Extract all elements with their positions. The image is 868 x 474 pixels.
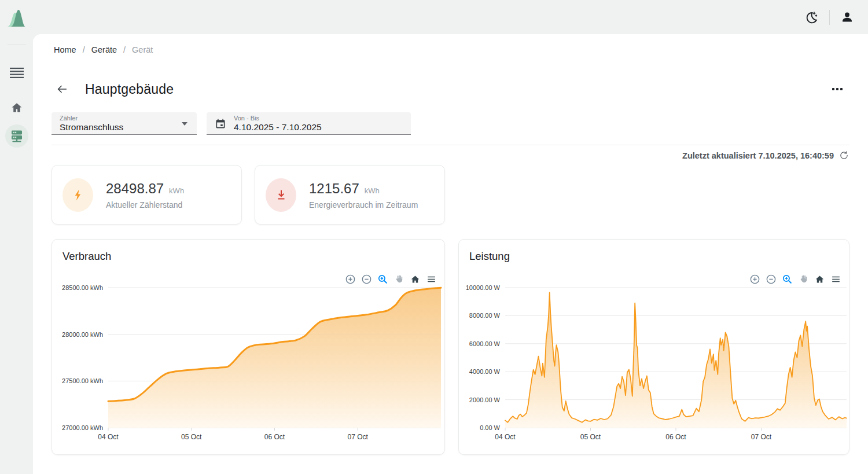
breadcrumb: Home / Geräte / Gerät bbox=[54, 34, 849, 54]
zoom-out-icon[interactable] bbox=[765, 273, 777, 285]
refresh-icon bbox=[839, 150, 849, 160]
sidebar-divider bbox=[8, 45, 26, 45]
chart-toolbar bbox=[749, 273, 841, 285]
meter-select[interactable]: Zähler Stromanschluss bbox=[52, 112, 197, 135]
main-panel: Home / Geräte / Gerät Hauptgebäude Zähle… bbox=[33, 34, 868, 474]
dark-mode-toggle[interactable] bbox=[801, 8, 821, 27]
chart-card-verbrauch: Verbrauch bbox=[52, 239, 445, 455]
leistung-area-chart[interactable]: 0.00 W2000.00 W4000.00 W6000.00 W8000.00… bbox=[459, 274, 849, 455]
svg-text:07 Oct: 07 Oct bbox=[751, 433, 772, 441]
stat-value: 1215.67 bbox=[309, 181, 359, 197]
breadcrumb-separator: / bbox=[123, 45, 126, 54]
calendar-icon bbox=[215, 118, 226, 130]
home-icon bbox=[10, 101, 24, 115]
svg-text:05 Oct: 05 Oct bbox=[580, 433, 601, 441]
sidebar bbox=[0, 34, 33, 474]
breadcrumb-separator: / bbox=[83, 45, 85, 54]
zoom-in-icon[interactable] bbox=[344, 273, 356, 285]
svg-text:28000.00 kWh: 28000.00 kWh bbox=[62, 331, 103, 338]
topbar bbox=[0, 0, 868, 34]
person-icon bbox=[840, 10, 854, 24]
page-title: Hauptgebäude bbox=[85, 82, 174, 97]
svg-text:06 Oct: 06 Oct bbox=[665, 433, 686, 441]
svg-text:27500.00 kWh: 27500.00 kWh bbox=[62, 377, 103, 384]
svg-text:6000.00 W: 6000.00 W bbox=[469, 340, 501, 347]
stat-value: 28498.87 bbox=[106, 181, 164, 197]
date-range-label: Von - Bis bbox=[234, 115, 322, 122]
selection-zoom-icon[interactable] bbox=[377, 273, 388, 285]
chart-title: Verbrauch bbox=[62, 250, 111, 263]
zoom-in-icon[interactable] bbox=[749, 273, 760, 285]
verbrauch-area-chart[interactable]: 27000.00 kWh27500.00 kWh28000.00 kWh2850… bbox=[52, 274, 445, 455]
home-reset-icon[interactable] bbox=[814, 273, 825, 285]
stat-unit: kWh bbox=[169, 186, 184, 195]
home-reset-icon[interactable] bbox=[409, 273, 421, 285]
svg-text:4000.00 W: 4000.00 W bbox=[469, 368, 501, 375]
zoom-out-icon[interactable] bbox=[361, 273, 372, 285]
hamburger-icon bbox=[9, 67, 24, 79]
stat-unit: kWh bbox=[365, 186, 380, 195]
stats-row: 28498.87 kWh Aktueller Zählerstand 1215.… bbox=[52, 165, 849, 225]
stat-card-energy-consumption: 1215.67 kWh Energieverbrauch im Zeitraum bbox=[255, 165, 445, 225]
chart-toolbar bbox=[344, 273, 437, 285]
sidebar-item-home[interactable] bbox=[5, 96, 28, 119]
svg-text:04 Oct: 04 Oct bbox=[495, 433, 516, 441]
download-icon bbox=[266, 178, 296, 212]
more-options-button[interactable] bbox=[829, 84, 846, 94]
svg-text:28500.00 kWh: 28500.00 kWh bbox=[62, 284, 103, 291]
svg-text:0.00 W: 0.00 W bbox=[480, 424, 500, 431]
charts-row: Verbrauch bbox=[52, 239, 849, 455]
svg-text:06 Oct: 06 Oct bbox=[264, 433, 285, 441]
breadcrumb-home[interactable]: Home bbox=[54, 45, 76, 54]
pan-icon[interactable] bbox=[797, 273, 809, 285]
server-icon bbox=[9, 128, 24, 144]
menu-icon[interactable] bbox=[830, 273, 841, 285]
date-range-value: 4.10.2025 - 7.10.2025 bbox=[234, 122, 322, 133]
sidebar-menu-button[interactable] bbox=[5, 61, 28, 84]
meter-select-value: Stromanschluss bbox=[60, 122, 123, 133]
bolt-icon bbox=[62, 178, 93, 212]
svg-text:2000.00 W: 2000.00 W bbox=[469, 396, 501, 403]
meter-select-label: Zähler bbox=[60, 115, 123, 122]
filters-row: Zähler Stromanschluss Von - Bis 4.10.202… bbox=[52, 112, 849, 135]
topbar-divider bbox=[829, 10, 830, 25]
refresh-button[interactable] bbox=[838, 150, 849, 161]
svg-text:10000.00 W: 10000.00 W bbox=[466, 284, 501, 291]
svg-text:04 Oct: 04 Oct bbox=[98, 433, 119, 441]
status-row: Zuletzt aktualisiert 7.10.2025, 16:40:59 bbox=[52, 150, 849, 161]
breadcrumb-current: Gerät bbox=[132, 45, 153, 54]
stat-label: Aktueller Zählerstand bbox=[106, 200, 184, 210]
date-range-picker[interactable]: Von - Bis 4.10.2025 - 7.10.2025 bbox=[207, 112, 411, 135]
mountains-logo[interactable] bbox=[5, 6, 27, 29]
sidebar-item-devices[interactable] bbox=[5, 124, 28, 148]
svg-text:05 Oct: 05 Oct bbox=[181, 433, 202, 441]
chart-title: Leistung bbox=[469, 250, 510, 263]
content-divider bbox=[52, 145, 849, 145]
pan-icon[interactable] bbox=[393, 273, 404, 285]
arrow-left-icon bbox=[56, 83, 68, 95]
breadcrumb-geraete[interactable]: Geräte bbox=[91, 45, 117, 54]
chart-card-leistung: Leistung bbox=[458, 239, 849, 455]
chevron-down-icon bbox=[182, 122, 187, 126]
stat-label: Energieverbrauch im Zeitraum bbox=[309, 200, 418, 210]
back-button[interactable] bbox=[53, 80, 71, 98]
svg-text:27000.00 kWh: 27000.00 kWh bbox=[62, 424, 103, 431]
title-row: Hauptgebäude bbox=[52, 80, 849, 98]
svg-text:07 Oct: 07 Oct bbox=[348, 433, 369, 441]
stat-card-meter-reading: 28498.87 kWh Aktueller Zählerstand bbox=[52, 165, 242, 225]
selection-zoom-icon[interactable] bbox=[781, 273, 793, 285]
moon-stars-icon bbox=[804, 10, 819, 25]
menu-icon[interactable] bbox=[425, 273, 437, 285]
svg-text:8000.00 W: 8000.00 W bbox=[469, 312, 501, 319]
last-updated-text: Zuletzt aktualisiert 7.10.2025, 16:40:59 bbox=[682, 151, 834, 160]
user-menu-button[interactable] bbox=[838, 8, 856, 27]
